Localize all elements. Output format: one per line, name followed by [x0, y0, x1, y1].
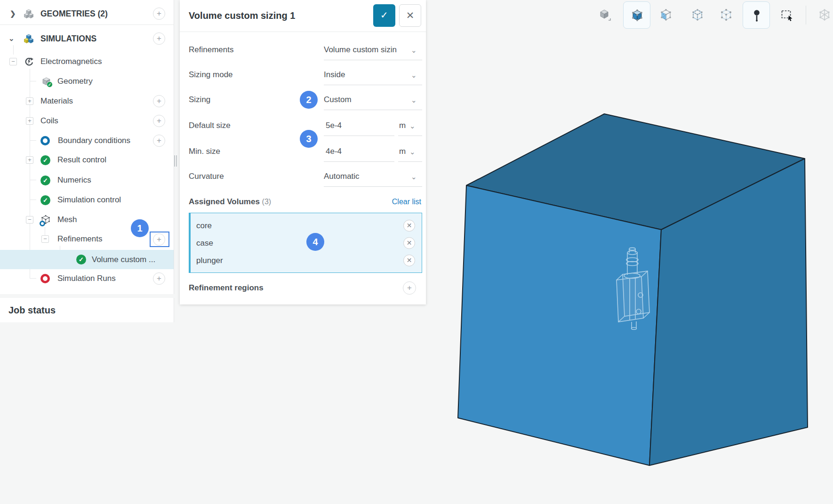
probe-point-icon [750, 8, 764, 23]
remove-volume-icon[interactable]: ✕ [403, 220, 415, 232]
sizing-mode-select[interactable]: Inside [324, 67, 416, 82]
assigned-volumes-header: Assigned Volumes (3) Clear list [180, 194, 426, 209]
assigned-volume-item[interactable]: plunger ✕ [191, 252, 422, 269]
tree-item-label: Volume custom ... [92, 250, 155, 269]
tree-item-label: Geometry [57, 73, 93, 89]
remove-volume-icon[interactable]: ✕ [403, 237, 415, 249]
remove-volume-icon[interactable]: ✕ [403, 255, 415, 266]
field-label: Sizing mode [189, 67, 233, 82]
tree-item-simulation-runs[interactable]: Simulation Runs + [0, 271, 174, 287]
tree-item-label: Mesh [57, 212, 77, 228]
chevron-down-icon[interactable]: ⌄ [8, 31, 15, 47]
success-check-badge: ✓ [47, 81, 53, 88]
collapse-icon[interactable]: − [41, 235, 49, 243]
default-size-input[interactable]: 5e-4 [326, 118, 342, 133]
field-label: Sizing [189, 92, 210, 107]
3d-viewport[interactable] [426, 0, 833, 504]
tree-item-volume-custom-sizing[interactable]: ✓ Volume custom ... [0, 250, 174, 269]
tool-select-vertices[interactable] [713, 1, 740, 29]
clear-list-link[interactable]: Clear list [392, 194, 421, 209]
tool-select-faces[interactable] [652, 1, 680, 29]
collapse-icon[interactable]: − [26, 216, 33, 224]
annotation-step-2: 2 [300, 91, 318, 109]
tree-item-materials[interactable]: + Materials + [0, 93, 174, 109]
box-select-icon [780, 8, 794, 22]
tree-item-geometry[interactable]: ✓ Geometry [0, 73, 174, 89]
tool-mesh-display[interactable] [811, 1, 833, 29]
tree-item-numerics[interactable]: ✓ Numerics [0, 172, 174, 188]
tool-select-volumes[interactable] [623, 1, 650, 29]
tree-item-label: Electromagnetics [40, 54, 102, 70]
mesh-cube-icon [40, 215, 51, 225]
add-material-button[interactable]: + [153, 95, 165, 107]
chevron-down-icon[interactable]: ⌄ [411, 93, 417, 108]
tree-connector [13, 45, 14, 55]
job-status-label: Job status [8, 305, 56, 315]
chevron-down-icon[interactable]: ⌄ [409, 119, 416, 134]
tree-item-label: Simulation control [57, 192, 121, 208]
tree-item-refinements[interactable]: − Refinements + [0, 231, 174, 247]
electromagnetics-icon [24, 56, 34, 67]
add-coil-button[interactable]: + [153, 115, 165, 127]
tool-box-select[interactable] [773, 1, 801, 29]
geometries-cubes-icon [24, 8, 34, 19]
field-underline [324, 110, 422, 110]
tree-item-simulations[interactable]: ⌄ SIMULATIONS + [0, 31, 174, 47]
refinements-select[interactable]: Volume custom sizin [324, 42, 408, 57]
add-geometry-button[interactable]: + [153, 8, 165, 20]
tool-shaded-view[interactable] [591, 1, 618, 29]
tool-select-edges[interactable] [684, 1, 711, 29]
field-row-sizing-mode: Sizing mode Inside ⌄ [180, 67, 426, 82]
chevron-down-icon[interactable]: ⌄ [411, 68, 417, 83]
field-underline [324, 161, 394, 162]
empty-runs-status-icon [40, 274, 50, 283]
chevron-down-icon[interactable]: ⌄ [411, 43, 417, 58]
field-label: Min. size [189, 144, 220, 159]
refinements-add-highlight [150, 232, 169, 247]
tree-item-result-control[interactable]: + ✓ Result control [0, 152, 174, 168]
tree-item-boundary-conditions[interactable]: Boundary conditions + [0, 133, 174, 149]
default-size-unit-select[interactable]: m [399, 118, 406, 133]
tree-item-label: Simulation Runs [57, 271, 116, 287]
apply-button[interactable]: ✓ [373, 4, 395, 27]
min-size-unit-select[interactable]: m [399, 144, 406, 159]
tree-item-label: Coils [40, 113, 58, 129]
tree-item-simulation-control[interactable]: ✓ Simulation control [0, 192, 174, 208]
curvature-select[interactable]: Automatic [324, 169, 416, 184]
refinement-regions-row: Refinement regions + [180, 280, 426, 296]
tree-item-label: SIMULATIONS [40, 31, 96, 47]
scene-canvas[interactable] [426, 0, 833, 504]
tree-item-electromagnetics[interactable]: − Electromagnetics [0, 54, 174, 70]
assigned-volumes-title: Assigned Volumes (3) [189, 194, 271, 209]
add-refinement-region-button[interactable]: + [403, 281, 416, 295]
add-simulation-button[interactable]: + [153, 32, 165, 45]
close-button[interactable]: ✕ [399, 4, 421, 27]
expand-icon[interactable]: + [26, 97, 33, 105]
sizing-select[interactable]: Custom [324, 92, 416, 107]
job-status-bar[interactable]: Job status [0, 298, 174, 322]
add-boundary-condition-button[interactable]: + [153, 135, 165, 147]
select-faces-icon [659, 8, 673, 22]
panel-resize-handle[interactable] [174, 155, 178, 167]
chevron-right-icon[interactable]: ❯ [10, 6, 16, 22]
field-row-default-size: Default size 5e-4 m ⌄ [180, 118, 426, 133]
tree-item-label: Boundary conditions [58, 133, 130, 149]
tree-item-label: Result control [57, 152, 106, 168]
tool-probe-point[interactable] [743, 1, 770, 29]
assigned-volumes-count: (3) [262, 198, 272, 206]
min-size-input[interactable]: 4e-4 [326, 144, 342, 159]
chevron-down-icon[interactable]: ⌄ [411, 169, 417, 184]
tree-item-coils[interactable]: + Coils + [0, 113, 174, 129]
collapse-icon[interactable]: − [9, 58, 17, 65]
expand-icon[interactable]: + [26, 156, 33, 164]
success-check-icon: ✓ [40, 176, 50, 185]
annotation-step-3: 3 [300, 130, 318, 148]
start-run-button[interactable]: + [153, 272, 165, 285]
expand-icon[interactable]: + [26, 117, 33, 125]
tree-item-geometries[interactable]: ❯ GEOMETRIES (2) + [0, 6, 174, 22]
volume-name: core [196, 217, 212, 234]
chevron-down-icon[interactable]: ⌄ [409, 144, 416, 160]
field-underline [324, 186, 422, 187]
assigned-volume-item[interactable]: core ✕ [191, 217, 422, 234]
panel-header: Volume custom sizing 1 ✓ ✕ [180, 0, 426, 32]
